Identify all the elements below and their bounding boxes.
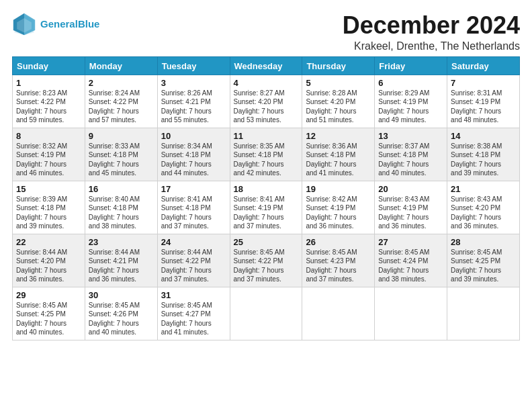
- day-number: 2: [89, 78, 154, 88]
- location-title: Krakeel, Drenthe, The Netherlands: [343, 40, 520, 52]
- calendar-cell: [302, 287, 375, 340]
- day-detail: Sunrise: 8:45 AMSunset: 4:26 PMDaylight:…: [89, 301, 154, 337]
- day-detail: Sunrise: 8:44 AMSunset: 4:21 PMDaylight:…: [89, 248, 154, 284]
- calendar-cell: 1 Sunrise: 8:23 AMSunset: 4:22 PMDayligh…: [13, 75, 85, 128]
- day-detail: Sunrise: 8:32 AMSunset: 4:19 PMDaylight:…: [16, 142, 81, 178]
- day-number: 5: [306, 78, 371, 88]
- calendar-cell: [230, 287, 302, 340]
- calendar-cell: 27 Sunrise: 8:45 AMSunset: 4:24 PMDaylig…: [375, 234, 447, 287]
- day-detail: Sunrise: 8:31 AMSunset: 4:19 PMDaylight:…: [451, 89, 516, 125]
- day-detail: Sunrise: 8:27 AMSunset: 4:20 PMDaylight:…: [234, 89, 299, 125]
- day-detail: Sunrise: 8:35 AMSunset: 4:18 PMDaylight:…: [234, 142, 299, 178]
- calendar-cell: 25 Sunrise: 8:45 AMSunset: 4:22 PMDaylig…: [230, 234, 302, 287]
- header-monday: Monday: [85, 56, 157, 75]
- day-detail: Sunrise: 8:44 AMSunset: 4:22 PMDaylight:…: [161, 248, 226, 284]
- day-number: 25: [234, 237, 299, 247]
- day-number: 14: [451, 131, 516, 141]
- day-detail: Sunrise: 8:45 AMSunset: 4:25 PMDaylight:…: [16, 301, 81, 337]
- header-friday: Friday: [375, 56, 447, 75]
- day-number: 27: [378, 237, 443, 247]
- month-title: December 2024: [343, 12, 520, 39]
- header: GeneralBlue December 2024 Krakeel, Drent…: [12, 12, 520, 52]
- calendar: Sunday Monday Tuesday Wednesday Thursday…: [12, 56, 520, 340]
- day-number: 22: [16, 237, 81, 247]
- header-saturday: Saturday: [447, 56, 520, 75]
- day-detail: Sunrise: 8:26 AMSunset: 4:21 PMDaylight:…: [161, 89, 226, 125]
- calendar-cell: 29 Sunrise: 8:45 AMSunset: 4:25 PMDaylig…: [13, 287, 85, 340]
- day-detail: Sunrise: 8:42 AMSunset: 4:19 PMDaylight:…: [306, 195, 371, 231]
- day-number: 7: [451, 78, 516, 88]
- day-number: 24: [161, 237, 226, 247]
- calendar-cell: 3 Sunrise: 8:26 AMSunset: 4:21 PMDayligh…: [157, 75, 230, 128]
- logo-text: GeneralBlue: [40, 19, 99, 30]
- calendar-cell: 13 Sunrise: 8:37 AMSunset: 4:18 PMDaylig…: [375, 128, 447, 181]
- calendar-cell: 23 Sunrise: 8:44 AMSunset: 4:21 PMDaylig…: [85, 234, 157, 287]
- page: GeneralBlue December 2024 Krakeel, Drent…: [0, 0, 532, 411]
- day-number: 29: [16, 290, 81, 300]
- day-detail: Sunrise: 8:36 AMSunset: 4:18 PMDaylight:…: [306, 142, 371, 178]
- header-wednesday: Wednesday: [230, 56, 302, 75]
- day-detail: Sunrise: 8:38 AMSunset: 4:18 PMDaylight:…: [451, 142, 516, 178]
- day-detail: Sunrise: 8:37 AMSunset: 4:18 PMDaylight:…: [378, 142, 443, 178]
- logo-icon: [12, 12, 36, 36]
- day-detail: Sunrise: 8:45 AMSunset: 4:24 PMDaylight:…: [378, 248, 443, 284]
- calendar-cell: 14 Sunrise: 8:38 AMSunset: 4:18 PMDaylig…: [447, 128, 520, 181]
- calendar-cell: 28 Sunrise: 8:45 AMSunset: 4:25 PMDaylig…: [447, 234, 520, 287]
- day-number: 30: [89, 290, 154, 300]
- day-detail: Sunrise: 8:43 AMSunset: 4:19 PMDaylight:…: [378, 195, 443, 231]
- calendar-cell: 16 Sunrise: 8:40 AMSunset: 4:18 PMDaylig…: [85, 181, 157, 234]
- week-row-2: 8 Sunrise: 8:32 AMSunset: 4:19 PMDayligh…: [13, 128, 520, 181]
- day-detail: Sunrise: 8:43 AMSunset: 4:20 PMDaylight:…: [451, 195, 516, 231]
- day-number: 6: [378, 78, 443, 88]
- day-number: 31: [161, 290, 226, 300]
- weekday-header-row: Sunday Monday Tuesday Wednesday Thursday…: [13, 56, 520, 75]
- calendar-cell: 21 Sunrise: 8:43 AMSunset: 4:20 PMDaylig…: [447, 181, 520, 234]
- calendar-cell: 2 Sunrise: 8:24 AMSunset: 4:22 PMDayligh…: [85, 75, 157, 128]
- calendar-cell: 6 Sunrise: 8:29 AMSunset: 4:19 PMDayligh…: [375, 75, 447, 128]
- day-number: 18: [234, 184, 299, 194]
- calendar-cell: 10 Sunrise: 8:34 AMSunset: 4:18 PMDaylig…: [157, 128, 230, 181]
- day-detail: Sunrise: 8:34 AMSunset: 4:18 PMDaylight:…: [161, 142, 226, 178]
- calendar-cell: 19 Sunrise: 8:42 AMSunset: 4:19 PMDaylig…: [302, 181, 375, 234]
- day-number: 23: [89, 237, 154, 247]
- day-number: 1: [16, 78, 81, 88]
- week-row-5: 29 Sunrise: 8:45 AMSunset: 4:25 PMDaylig…: [13, 287, 520, 340]
- logo: GeneralBlue: [12, 12, 99, 36]
- day-number: 17: [161, 184, 226, 194]
- calendar-cell: [447, 287, 520, 340]
- day-detail: Sunrise: 8:33 AMSunset: 4:18 PMDaylight:…: [89, 142, 154, 178]
- day-detail: Sunrise: 8:45 AMSunset: 4:23 PMDaylight:…: [306, 248, 371, 284]
- logo-blue: Blue: [78, 18, 100, 30]
- day-number: 15: [16, 184, 81, 194]
- day-number: 4: [234, 78, 299, 88]
- day-number: 10: [161, 131, 226, 141]
- logo-general: General: [40, 18, 78, 30]
- calendar-cell: 26 Sunrise: 8:45 AMSunset: 4:23 PMDaylig…: [302, 234, 375, 287]
- day-detail: Sunrise: 8:24 AMSunset: 4:22 PMDaylight:…: [89, 89, 154, 125]
- day-detail: Sunrise: 8:41 AMSunset: 4:18 PMDaylight:…: [161, 195, 226, 231]
- calendar-cell: 8 Sunrise: 8:32 AMSunset: 4:19 PMDayligh…: [13, 128, 85, 181]
- calendar-cell: [375, 287, 447, 340]
- calendar-cell: 9 Sunrise: 8:33 AMSunset: 4:18 PMDayligh…: [85, 128, 157, 181]
- day-detail: Sunrise: 8:40 AMSunset: 4:18 PMDaylight:…: [89, 195, 154, 231]
- calendar-cell: 31 Sunrise: 8:45 AMSunset: 4:27 PMDaylig…: [157, 287, 230, 340]
- calendar-cell: 20 Sunrise: 8:43 AMSunset: 4:19 PMDaylig…: [375, 181, 447, 234]
- calendar-cell: 24 Sunrise: 8:44 AMSunset: 4:22 PMDaylig…: [157, 234, 230, 287]
- calendar-cell: 15 Sunrise: 8:39 AMSunset: 4:18 PMDaylig…: [13, 181, 85, 234]
- calendar-cell: 11 Sunrise: 8:35 AMSunset: 4:18 PMDaylig…: [230, 128, 302, 181]
- day-detail: Sunrise: 8:41 AMSunset: 4:19 PMDaylight:…: [234, 195, 299, 231]
- day-detail: Sunrise: 8:45 AMSunset: 4:27 PMDaylight:…: [161, 301, 226, 337]
- header-tuesday: Tuesday: [157, 56, 230, 75]
- day-number: 11: [234, 131, 299, 141]
- day-number: 13: [378, 131, 443, 141]
- day-number: 20: [378, 184, 443, 194]
- day-detail: Sunrise: 8:45 AMSunset: 4:22 PMDaylight:…: [234, 248, 299, 284]
- calendar-cell: 4 Sunrise: 8:27 AMSunset: 4:20 PMDayligh…: [230, 75, 302, 128]
- day-detail: Sunrise: 8:28 AMSunset: 4:20 PMDaylight:…: [306, 89, 371, 125]
- day-number: 8: [16, 131, 81, 141]
- day-number: 12: [306, 131, 371, 141]
- day-number: 3: [161, 78, 226, 88]
- day-number: 28: [451, 237, 516, 247]
- day-detail: Sunrise: 8:39 AMSunset: 4:18 PMDaylight:…: [16, 195, 81, 231]
- calendar-cell: 22 Sunrise: 8:44 AMSunset: 4:20 PMDaylig…: [13, 234, 85, 287]
